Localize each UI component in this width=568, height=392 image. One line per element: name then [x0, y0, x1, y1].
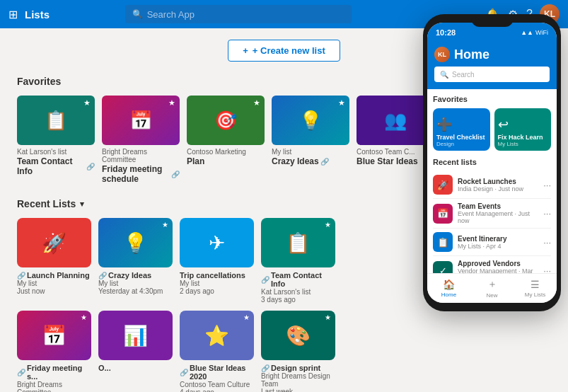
phone-recent-title: Recent lists [433, 158, 551, 166]
phone-search-bar[interactable]: 🔍 Search [434, 67, 550, 82]
phone-nav-icon: 🏠 [443, 279, 455, 290]
recent-title-text: Blue Star Ideas 2020 [190, 364, 254, 381]
wifi-icon: WiFi [535, 29, 548, 36]
fav-title: Team Contact Info 🔗 [17, 156, 95, 176]
grid-icon[interactable]: ⊞ [8, 8, 18, 21]
recent-card-thumbnail: 💡 ★ [98, 218, 173, 267]
fav-label: My list [272, 148, 349, 156]
recent-link-prefix: 🔗 [261, 364, 269, 372]
recent-title-text: Design sprint [271, 364, 320, 372]
phone-recent-list-item[interactable]: 🚀 Rocket Launches India Design · Just no… [433, 171, 551, 199]
phone-list-meta: India Design · Just now [458, 185, 538, 192]
phone-avatar: KL [434, 47, 450, 62]
recent-list-card[interactable]: 📋 ★ 🔗 Team Contact Info Kat Larson's lis… [261, 218, 335, 304]
recent-card-meta: Bright Dreams Committee [17, 381, 91, 392]
recent-list-card[interactable]: 📅 ★ 🔗 Friday meeting s... Bright Dreams … [17, 311, 91, 392]
phone-list-name: Approved Vendors [458, 260, 538, 267]
fav-star-icon: ★ [253, 98, 260, 108]
recent-card-thumbnail: ✈ [180, 218, 254, 267]
favorites-card[interactable]: 📅 ★ Bright Dreams Committee Friday meeti… [102, 96, 180, 184]
recent-card-thumbnail: 📅 ★ [17, 311, 91, 360]
phone-search-placeholder: Search [452, 71, 475, 79]
phone-time: 10:28 [436, 28, 456, 37]
chevron-down-icon[interactable]: ▾ [80, 200, 84, 209]
fav-label: Kat Larson's list [17, 148, 95, 156]
favorites-card[interactable]: 🎯 ★ Contoso Marketing Plan [187, 96, 265, 184]
recent-list-card[interactable]: 📊 O... [98, 311, 173, 392]
phone-list-icon: 🚀 [433, 175, 453, 195]
fav-title: Plan [187, 156, 265, 166]
favorites-card[interactable]: 💡 ★ My list Crazy Ideas 🔗 [272, 96, 349, 184]
phone-list-name: Team Events [458, 202, 538, 210]
recent-star-icon: ★ [325, 313, 331, 321]
recent-link-prefix: 🔗 [17, 369, 25, 376]
phone-nav-item-new[interactable]: ＋ New [470, 274, 514, 303]
phone-list-info: Rocket Launches India Design · Just now [458, 178, 538, 192]
recent-card-meta: Kat Larson's list [261, 288, 335, 296]
recent-list-card[interactable]: ⭐ ★ 🔗 Blue Star Ideas 2020 Contoso Team … [180, 311, 254, 392]
recent-link-prefix: 🔗 [98, 272, 107, 279]
recent-card-icon: 💡 [123, 231, 148, 255]
phone-favorites-title: Favorites [433, 95, 551, 103]
more-options-icon[interactable]: ··· [543, 237, 551, 248]
fav-card-thumbnail: 💡 ★ [272, 96, 349, 145]
search-box[interactable]: 🔍 [125, 5, 352, 23]
recent-list-card[interactable]: ✈ Trip cancellations My list 2 days ago [180, 218, 254, 304]
recent-list-card[interactable]: 🚀 🔗 Launch Planning My list Just now [17, 218, 91, 304]
recent-star-icon: ★ [243, 313, 250, 321]
phone-body: Favorites ➕ Travel Checklist Design ↩ Fi… [427, 89, 557, 299]
recent-star-icon: ★ [162, 221, 168, 229]
recent-title-text: Launch Planning [27, 271, 90, 279]
recent-card-time: 4 days ago [180, 388, 254, 392]
recent-card-time: Yesterday at 4:30pm [98, 287, 173, 295]
phone-fav-sub: My Lists [498, 141, 548, 147]
recent-card-time: 3 days ago [261, 296, 335, 304]
phone-list-name: Event Itinerary [458, 235, 538, 243]
phone-status-icons: ▲▲ WiFi [521, 29, 548, 36]
fav-card-icon: 👥 [384, 110, 407, 132]
phone-nav-icon: ＋ [487, 278, 497, 291]
recent-title-text: Team Contact Info [271, 271, 335, 288]
search-icon: 🔍 [132, 9, 143, 19]
recent-list-card[interactable]: 💡 ★ 🔗 Crazy Ideas My list Yesterday at 4… [98, 218, 173, 304]
phone-fav-card[interactable]: ↩ Fix Hack Learn My Lists [494, 108, 552, 151]
phone-fav-card[interactable]: ➕ Travel Checklist Design [433, 108, 490, 151]
phone-recent-list-item[interactable]: 📋 Event Itinerary My Lists · Apr 4 ··· [433, 229, 551, 256]
phone-nav-item-my-lists[interactable]: ☰ My Lists [514, 274, 557, 303]
phone-favorites-row: ➕ Travel Checklist Design ↩ Fix Hack Lea… [433, 108, 551, 151]
phone-bottom-nav: 🏠 Home ＋ New ☰ My Lists [427, 273, 557, 303]
phone-recent-list-item[interactable]: 📅 Team Events Event Management · Just no… [433, 199, 551, 229]
favorites-card[interactable]: 📋 ★ Kat Larson's list Team Contact Info … [17, 96, 95, 184]
recent-card-meta: My list [180, 279, 254, 287]
phone-mockup: 10:28 ▲▲ WiFi KL Home 🔍 Search Favorites… [423, 14, 561, 311]
phone-fav-title: Travel Checklist [436, 134, 487, 141]
recent-card-thumbnail: 🚀 [17, 218, 91, 267]
app-title: Lists [25, 8, 50, 21]
recent-title-text: O... [98, 364, 111, 372]
fav-star-icon: ★ [168, 98, 175, 108]
search-input[interactable] [147, 9, 344, 20]
phone-nav-label: My Lists [525, 292, 545, 298]
more-options-icon[interactable]: ··· [543, 208, 551, 219]
recent-star-icon: ★ [325, 221, 331, 229]
fav-star-icon: ★ [83, 98, 91, 108]
recent-card-icon: 📊 [123, 324, 148, 347]
create-new-list-button[interactable]: + + Create new list [228, 40, 340, 62]
phone-list-info: Team Events Event Management · Just now [458, 202, 538, 224]
link-icon: 🔗 [171, 171, 180, 178]
recent-card-meta: My list [17, 279, 91, 287]
more-options-icon[interactable]: ··· [543, 180, 551, 190]
recent-card-title: Trip cancellations [180, 271, 254, 279]
phone-list-icon: 📅 [433, 204, 453, 224]
recent-star-icon: ★ [81, 313, 87, 321]
recent-lists-grid: 🚀 🔗 Launch Planning My list Just now 💡 ★… [17, 218, 395, 392]
recent-link-prefix: 🔗 [261, 276, 269, 284]
phone-list-meta: My Lists · Apr 4 [458, 243, 538, 250]
create-button-label: + Create new list [253, 45, 325, 56]
recent-list-card[interactable]: 🎨 ★ 🔗 Design sprint Bright Dreams Design… [261, 311, 335, 392]
phone-fav-icon: ↩ [498, 117, 548, 132]
phone-header: KL Home 🔍 Search [427, 42, 557, 89]
phone-nav-item-home[interactable]: 🏠 Home [427, 274, 470, 303]
recent-card-icon: 📅 [42, 324, 66, 347]
recent-card-icon: 🎨 [286, 324, 311, 347]
